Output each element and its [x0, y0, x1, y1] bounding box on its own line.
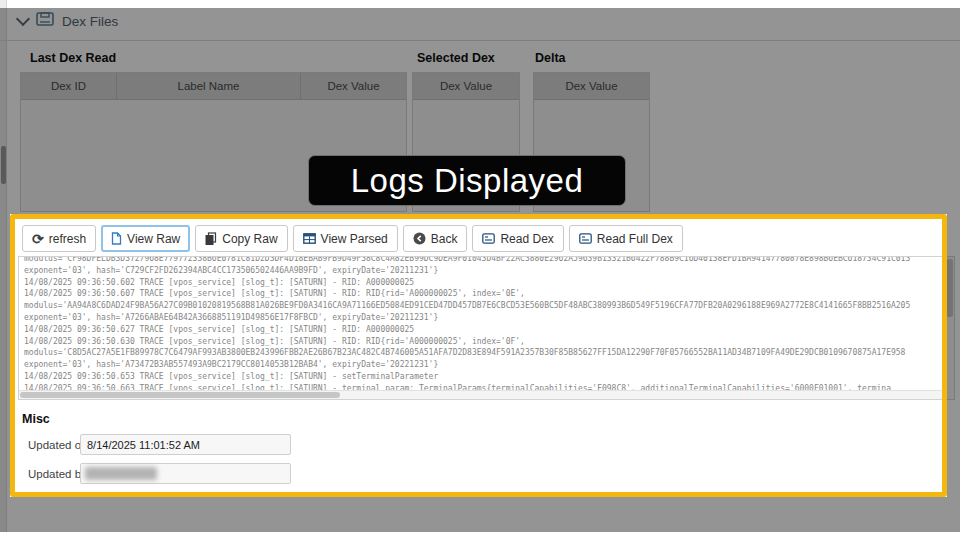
tooltip-label: Logs Displayed	[351, 162, 584, 200]
view-parsed-button[interactable]: View Parsed	[293, 225, 398, 252]
updated-on-label: Updated on	[28, 439, 87, 451]
dex-chip-icon	[579, 233, 592, 244]
button-label: Back	[431, 232, 458, 246]
copy-icon	[205, 232, 217, 245]
updated-by-label: Updated by	[28, 468, 87, 480]
back-button[interactable]: Back	[403, 225, 468, 252]
document-icon	[111, 232, 122, 245]
log-horizontal-scrollbar[interactable]	[19, 390, 944, 399]
log-line: exponent='03', hash='A73472B3AB557493A9B…	[24, 359, 942, 371]
button-label: View Raw	[127, 232, 180, 246]
log-line: modulus='AA94A8C6DAD24F9BA56A27C09B01020…	[24, 300, 942, 312]
log-viewer[interactable]: modulus='CF98DFELDB3D3727968E779772338B6…	[18, 256, 955, 400]
copy-raw-button[interactable]: Copy Raw	[195, 225, 287, 252]
updated-on-field[interactable]	[80, 434, 291, 455]
button-label: View Parsed	[321, 232, 388, 246]
log-line: 14/08/2025 09:36:50.602 TRACE [vpos_serv…	[24, 277, 942, 289]
log-line: 14/08/2025 09:36:50.627 TRACE [vpos_serv…	[24, 324, 942, 336]
annotation-tooltip: Logs Displayed	[308, 155, 626, 206]
button-label: Read Dex	[500, 232, 553, 246]
view-raw-button[interactable]: View Raw	[101, 225, 190, 252]
app-screen: Dex Files Last Dex Read Dex ID Label Nam…	[0, 0, 960, 540]
log-line: exponent='03', hash='A7266ABAE64B42A3668…	[24, 312, 942, 324]
log-content: modulus='CF98DFELDB3D3727968E779772338B6…	[24, 256, 942, 391]
refresh-icon: ⟳	[32, 233, 44, 245]
log-line: 14/08/2025 09:36:50.630 TRACE [vpos_serv…	[24, 336, 942, 348]
back-circle-icon	[413, 232, 426, 245]
log-horizontal-scrollbar-thumb[interactable]	[20, 392, 340, 398]
log-line: exponent='03', hash='C729CF2FD262394ABC4…	[24, 265, 942, 277]
refresh-button[interactable]: ⟳ refresh	[22, 225, 96, 252]
log-line: modulus='C8D5AC27A5E1FB89978C7C6479AF993…	[24, 347, 942, 359]
dim-overlay	[0, 214, 10, 497]
log-line: 14/08/2025 09:36:50.653 TRACE [vpos_serv…	[24, 371, 942, 383]
dim-overlay	[0, 497, 960, 532]
read-full-dex-button[interactable]: Read Full Dex	[569, 225, 683, 252]
dim-overlay	[947, 214, 960, 497]
button-label: refresh	[49, 232, 86, 246]
button-label: Read Full Dex	[597, 232, 673, 246]
dex-chip-icon	[482, 233, 495, 244]
log-toolbar: ⟳ refresh View Raw Copy Raw	[22, 225, 683, 252]
misc-section-title: Misc	[22, 412, 50, 426]
table-icon	[303, 233, 316, 244]
redacted-value	[85, 467, 157, 480]
log-line: modulus='CF98DFELDB3D3727968E779772338B6…	[24, 256, 942, 265]
read-dex-button[interactable]: Read Dex	[472, 225, 563, 252]
button-label: Copy Raw	[222, 232, 277, 246]
log-line: 14/08/2025 09:36:50.607 TRACE [vpos_serv…	[24, 288, 942, 300]
